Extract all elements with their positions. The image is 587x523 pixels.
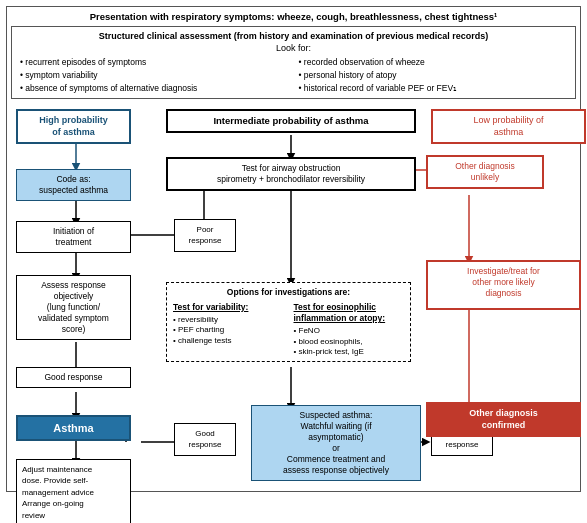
poor-response-1-box: Poor response (174, 219, 236, 252)
bullet-left-2: symptom variability (20, 69, 289, 81)
test-variability-items: • reversibility• PEF charting• challenge… (173, 315, 284, 346)
structured-title: Structured clinical assessment (from his… (20, 31, 567, 41)
assess-text: Assess response objectively (lung functi… (38, 280, 109, 334)
suspected-asthma-watchful-box: Suspected asthma: Watchful waiting (if a… (251, 405, 421, 481)
other-unlikely-text: Other diagnosis unlikely (455, 161, 515, 182)
other-confirmed-text: Other diagnosis confirmed (469, 408, 538, 430)
flow-diagram: High probability of asthma Intermediate … (11, 107, 576, 487)
code-as-suspected-box: Code as: suspected asthma (16, 169, 131, 201)
other-diagnosis-unlikely-box: Other diagnosis unlikely (426, 155, 544, 189)
initiation-box: Initiation of treatment (16, 221, 131, 253)
structured-subtitle: Look for: (20, 43, 567, 53)
low-probability-box: Low probability of asthma (431, 109, 586, 144)
good-response-2-text: Good response (189, 429, 222, 449)
asthma-text: Asthma (53, 422, 93, 434)
adjust-text: Adjust maintenance dose. Provide self- m… (22, 465, 94, 520)
suspected-asthma-watchful-text: Suspected asthma: Watchful waiting (if a… (283, 410, 389, 475)
low-prob-text: Low probability of asthma (473, 115, 543, 137)
bullet-left-1: recurrent episodes of symptoms (20, 56, 289, 68)
bullet-grid: recurrent episodes of symptoms recorded … (20, 56, 567, 94)
initiation-text: Initiation of treatment (53, 226, 94, 247)
outer-container: Presentation with respiratory symptoms: … (6, 6, 581, 492)
test-eosinophilic-header: Test for eosinophilic inflammation or at… (294, 302, 405, 324)
test-variability-col: Test for variability: • reversibility• P… (173, 302, 284, 357)
test-airway-box: Test for airway obstruction spirometry +… (166, 157, 416, 191)
asthma-box: Asthma (16, 415, 131, 441)
intermediate-probability-box: Intermediate probability of asthma (166, 109, 416, 133)
poor-response-1-text: Poor response (189, 225, 222, 245)
good-response-1-text: Good response (44, 372, 102, 382)
bullet-right-1: recorded observation of wheeze (299, 56, 568, 68)
high-probability-box: High probability of asthma (16, 109, 131, 144)
code-as-text: Code as: suspected asthma (39, 174, 108, 195)
main-title: Presentation with respiratory symptoms: … (11, 11, 576, 22)
investigate-text: Investigate/treat for other more likely … (467, 266, 540, 298)
test-eosinophilic-col: Test for eosinophilic inflammation or at… (294, 302, 405, 357)
structured-assessment-box: Structured clinical assessment (from his… (11, 26, 576, 99)
test-eosinophilic-items: • FeNO• blood eosinophils,• skin-prick t… (294, 326, 405, 357)
good-response-1-box: Good response (16, 367, 131, 388)
options-box: Options for investigations are: Test for… (166, 282, 411, 362)
bullet-right-2: personal history of atopy (299, 69, 568, 81)
intermediate-prob-text: Intermediate probability of asthma (213, 115, 368, 126)
test-variability-header: Test for variability: (173, 302, 284, 313)
options-header: Options for investigations are: (173, 287, 404, 298)
investigate-box: Investigate/treat for other more likely … (426, 260, 581, 310)
adjust-box: Adjust maintenance dose. Provide self- m… (16, 459, 131, 523)
good-response-2-box: Good response (174, 423, 236, 456)
assess-box: Assess response objectively (lung functi… (16, 275, 131, 340)
bullet-right-3: historical record of variable PEF or FEV… (299, 82, 568, 94)
test-airway-text: Test for airway obstruction spirometry +… (217, 163, 365, 184)
high-prob-text: High probability of asthma (39, 115, 108, 137)
bullet-left-3: absence of symptoms of alternative diagn… (20, 82, 289, 94)
other-diagnosis-confirmed-box: Other diagnosis confirmed (426, 402, 581, 437)
